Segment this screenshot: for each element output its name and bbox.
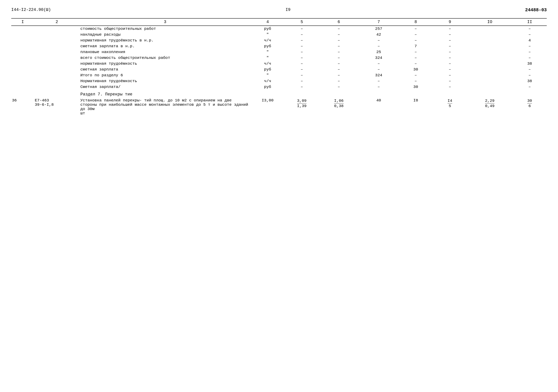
cell-6: – — [319, 49, 359, 55]
cell-11: – — [513, 55, 547, 61]
col-header-7: 7 — [359, 18, 399, 26]
cell-unit: руб — [251, 43, 285, 49]
cell-10 — [467, 43, 513, 49]
cell-10 — [467, 61, 513, 67]
cell-8: – — [399, 55, 433, 61]
cell-10 — [467, 49, 513, 55]
table-row: Нормативная трудоёмкость ч/ч – – – – – 3… — [11, 78, 547, 84]
cell-11: 38 — [513, 78, 547, 84]
entry-code: Е7-463 39-6-I,8 — [34, 97, 79, 116]
cell-6: – — [319, 72, 359, 78]
cell-8: 30 — [399, 67, 433, 72]
section-title: Раздел 7. Перекры тие — [79, 90, 547, 97]
cell-num — [11, 61, 34, 67]
col-header-8: 8 — [399, 18, 433, 26]
cell-desc: Сметная зарплата/ — [79, 84, 250, 90]
cell-9: – — [433, 67, 467, 72]
cell-num — [11, 67, 34, 72]
col-header-4: 4 — [251, 18, 285, 26]
cell-code — [34, 67, 79, 72]
cell-7: – — [359, 43, 399, 49]
cell-8: 30 — [399, 84, 433, 90]
cell-code — [34, 72, 79, 78]
cell-9: – — [433, 32, 467, 37]
column-headers: I 2 3 4 5 6 7 8 9 IO II — [11, 18, 547, 26]
cell-11: 4 — [513, 37, 547, 43]
cell-5: – — [285, 72, 319, 78]
cell-8: – — [399, 61, 433, 67]
cell-7: 324 — [359, 72, 399, 78]
cell-desc: сметная зарплата в н.р. — [79, 43, 250, 49]
entry-7: 40 — [359, 97, 399, 116]
col-header-9: 9 — [433, 18, 467, 26]
cell-7: 324 — [359, 55, 399, 61]
cell-6: – — [319, 61, 359, 67]
col-header-10: IO — [467, 18, 513, 26]
cell-6: – — [319, 78, 359, 84]
cell-5: – — [285, 67, 319, 72]
cell-desc: сметная зарплата — [79, 67, 250, 72]
cell-11: – — [513, 26, 547, 32]
cell-8: – — [399, 78, 433, 84]
entry-11: 306 — [513, 97, 547, 116]
table-row: плановые накопления " – – 25 – – – — [11, 49, 547, 55]
entry-5: 3,09I,39 — [285, 97, 319, 116]
cell-unit: " — [251, 32, 285, 37]
cell-11: 38 — [513, 61, 547, 67]
doc-page: I9 — [286, 8, 290, 12]
table-row: нормативная трудоёмкость ч/ч – – – – – 3… — [11, 61, 547, 67]
entry-6: I,060,38 — [319, 97, 359, 116]
cell-10 — [467, 32, 513, 37]
col-header-3: 3 — [79, 18, 250, 26]
cell-num — [11, 49, 34, 55]
cell-num — [11, 32, 34, 37]
cell-10 — [467, 55, 513, 61]
cell-10 — [467, 67, 513, 72]
cell-code — [34, 61, 79, 67]
cell-desc: Итого по разделу 6 — [79, 72, 250, 78]
cell-5: – — [285, 37, 319, 43]
cell-unit: ч/ч — [251, 61, 285, 67]
cell-8: – — [399, 49, 433, 55]
col-header-5: 5 — [285, 18, 319, 26]
cell-unit: " — [251, 72, 285, 78]
cell-num — [11, 37, 34, 43]
cell-7: – — [359, 78, 399, 84]
cell-desc: нормативная трудоёмкость — [79, 61, 250, 67]
cell-8: – — [399, 37, 433, 43]
cell-code — [34, 55, 79, 61]
cell-10 — [467, 84, 513, 90]
col-header-6: 6 — [319, 18, 359, 26]
cell-6: – — [319, 67, 359, 72]
cell-7: 25 — [359, 49, 399, 55]
table-row: нормативная трудоёмкость в н.р. ч/ч – – … — [11, 37, 547, 43]
table-row: сметная зарплата в н.р. руб – – – 7 – – — [11, 43, 547, 49]
cell-5: – — [285, 78, 319, 84]
cell-code — [34, 84, 79, 90]
entry-8: I8 — [399, 97, 433, 116]
entry-10: 2,290,49 — [467, 97, 513, 116]
cell-unit: руб — [251, 67, 285, 72]
entry-desc: Установка панелей перекры- тий площ. до … — [79, 97, 250, 116]
cell-6: – — [319, 37, 359, 43]
cell-desc: Нормативная трудоёмкость — [79, 78, 250, 84]
entry-row: 36 Е7-463 39-6-I,8 Установка панелей пер… — [11, 97, 547, 116]
cell-desc: плановые накопления — [79, 49, 250, 55]
cell-desc: накладные расходы — [79, 32, 250, 37]
cell-9: – — [433, 26, 467, 32]
cell-10 — [467, 37, 513, 43]
cell-5: – — [285, 43, 319, 49]
cell-8: – — [399, 26, 433, 32]
cell-9: – — [433, 43, 467, 49]
doc-id-right: 24488-03 — [525, 8, 547, 13]
cell-9: – — [433, 61, 467, 67]
cell-9: – — [433, 78, 467, 84]
cell-8: – — [399, 32, 433, 37]
cell-7: – — [359, 84, 399, 90]
table-row: сметная зарплата руб – – – 30 – – — [11, 67, 547, 72]
cell-10 — [467, 78, 513, 84]
cell-7: 257 — [359, 26, 399, 32]
cell-num — [11, 72, 34, 78]
cell-10 — [467, 26, 513, 32]
fraction-10: 2,290,49 — [485, 98, 494, 109]
